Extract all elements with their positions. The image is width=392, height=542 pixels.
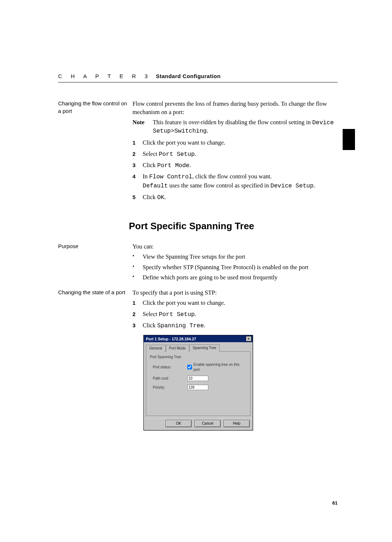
intro-text: Flow control prevents the loss of frames…: [132, 100, 338, 116]
section-purpose: Purpose You can: •View the Spanning Tree…: [58, 243, 338, 284]
step-item: 2 Select Port Setup.: [132, 150, 338, 158]
row-priority: Priority:: [153, 385, 246, 390]
step-text: Click the port you want to change.: [143, 299, 338, 307]
step-item: 2 Select Port Setup.: [132, 310, 338, 319]
step-text: In Flow Control, click the flow control …: [143, 173, 338, 190]
step-text: Click Port Mode.: [143, 161, 338, 170]
note-text: This feature is over-ridden by disabling…: [153, 118, 338, 136]
help-button[interactable]: Help: [224, 420, 250, 427]
thumb-tab-marker: [343, 129, 355, 150]
dialog-titlebar: Port 1 Setup - 172.28.184.27 x: [144, 335, 253, 342]
label-path-cost: Path cost:: [153, 376, 187, 381]
section-heading-spanning-tree: Port Specific Spanning Tree: [129, 220, 338, 232]
dialog-title: Port 1 Setup - 172.28.184.27: [146, 336, 196, 341]
checkbox-label: Enable spanning tree on this port: [193, 362, 246, 372]
input-path-cost[interactable]: [187, 376, 208, 381]
step-item: 1 Click the port you want to change.: [132, 299, 338, 307]
step-text: Select Port Setup.: [143, 150, 338, 158]
label-priority: Priority:: [153, 385, 187, 390]
dialog-button-row: OK Cancel Help: [144, 418, 253, 430]
steps-list-flow-control: 1 Click the port you want to change. 2 S…: [132, 139, 338, 202]
note-label: Note: [132, 118, 153, 136]
close-icon[interactable]: x: [246, 336, 252, 341]
tab-port-mode[interactable]: Port Mode: [166, 345, 189, 352]
bullet-icon: •: [132, 274, 143, 282]
row-path-cost: Path cost:: [153, 376, 246, 381]
purpose-bullet-list: •View the Spanning Tree setups for the p…: [132, 253, 338, 282]
side-label-flow-control: Changing the flow control on a port: [58, 100, 132, 205]
intro-text: You can:: [132, 243, 338, 251]
group-label: Port Spanning Tree: [150, 355, 246, 360]
checkbox-enable-stp[interactable]: [187, 365, 192, 369]
step-number: 5: [132, 193, 143, 202]
intro-text: To specify that a port is using STP:: [132, 289, 338, 297]
bullet-icon: •: [132, 253, 143, 261]
steps-list-stp: 1 Click the port you want to change. 2 S…: [132, 299, 338, 330]
step-item: 3 Click Port Mode.: [132, 161, 338, 170]
page-number: 61: [332, 500, 338, 506]
row-port-status: Port status: Enable spanning tree on thi…: [153, 362, 246, 372]
section-change-state: Changing the state of a port To specify …: [58, 289, 338, 430]
step-text: Click Spanning Tree.: [143, 321, 338, 330]
note-block: Note This feature is over-ridden by disa…: [132, 118, 338, 136]
chapter-number: C H A P T E R 3: [58, 73, 151, 79]
document-page: C H A P T E R 3 Standard Configuration C…: [0, 0, 392, 542]
step-number: 1: [132, 139, 143, 147]
tab-spanning-tree[interactable]: Spanning Tree: [189, 344, 220, 352]
step-text: Click OK.: [143, 193, 338, 202]
side-label-purpose: Purpose: [58, 243, 132, 284]
section-flow-control: Changing the flow control on a port Flow…: [58, 100, 338, 205]
dialog-panel-spanning-tree: Port Spanning Tree Port status: Enable s…: [146, 351, 250, 416]
label-port-status: Port status:: [153, 365, 187, 370]
section-change-state-body: To specify that a port is using STP: 1 C…: [132, 289, 338, 430]
step-number: 3: [132, 321, 143, 330]
dialog-tabs: General Port Mode Spanning Tree: [144, 342, 253, 351]
cancel-button[interactable]: Cancel: [195, 420, 221, 427]
step-text: Select Port Setup.: [143, 310, 338, 319]
tab-general[interactable]: General: [146, 345, 166, 352]
section-flow-control-body: Flow control prevents the loss of frames…: [132, 100, 338, 205]
step-item: 1 Click the port you want to change.: [132, 139, 338, 147]
bullet-item: •Specify whether STP (Spanning Tree Prot…: [132, 263, 338, 271]
step-item: 4 In Flow Control, click the flow contro…: [132, 173, 338, 190]
step-number: 4: [132, 173, 143, 190]
port-setup-dialog: Port 1 Setup - 172.28.184.27 x General P…: [143, 335, 253, 430]
step-item: 3 Click Spanning Tree.: [132, 321, 338, 330]
step-text: Click the port you want to change.: [143, 139, 338, 147]
bullet-icon: •: [132, 263, 143, 271]
side-label-change-state: Changing the state of a port: [58, 289, 132, 430]
step-item: 5 Click OK.: [132, 193, 338, 202]
bullet-item: •Define which ports are going to be used…: [132, 274, 338, 282]
bullet-item: •View the Spanning Tree setups for the p…: [132, 253, 338, 261]
input-priority[interactable]: [187, 385, 208, 390]
section-purpose-body: You can: •View the Spanning Tree setups …: [132, 243, 338, 284]
step-number: 1: [132, 299, 143, 307]
ok-button[interactable]: OK: [166, 420, 192, 427]
step-number: 2: [132, 150, 143, 158]
step-number: 2: [132, 310, 143, 319]
step-number: 3: [132, 161, 143, 170]
chapter-header: C H A P T E R 3 Standard Configuration: [58, 73, 338, 82]
chapter-title: Standard Configuration: [156, 73, 221, 79]
